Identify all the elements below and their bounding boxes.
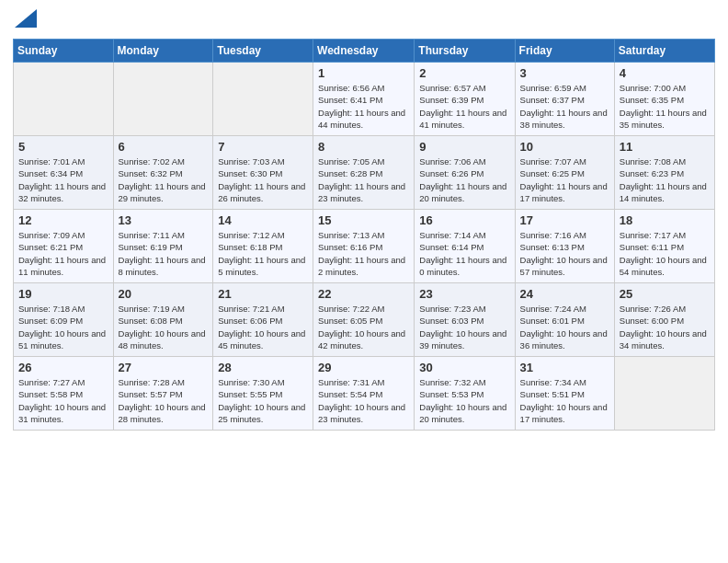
header-cell-monday: Monday bbox=[113, 40, 213, 63]
day-cell: 3Sunrise: 6:59 AM Sunset: 6:37 PM Daylig… bbox=[515, 63, 614, 136]
day-cell bbox=[14, 63, 114, 136]
day-cell: 6Sunrise: 7:02 AM Sunset: 6:32 PM Daylig… bbox=[113, 136, 213, 210]
day-info: Sunrise: 7:12 AM Sunset: 6:18 PM Dayligh… bbox=[218, 229, 308, 278]
day-info: Sunrise: 7:16 AM Sunset: 6:13 PM Dayligh… bbox=[520, 229, 609, 278]
day-number: 1 bbox=[318, 66, 409, 80]
day-cell: 5Sunrise: 7:01 AM Sunset: 6:34 PM Daylig… bbox=[14, 136, 114, 210]
calendar-body: 1Sunrise: 6:56 AM Sunset: 6:41 PM Daylig… bbox=[14, 63, 715, 431]
header-cell-saturday: Saturday bbox=[614, 40, 714, 63]
header-cell-thursday: Thursday bbox=[415, 40, 515, 63]
day-info: Sunrise: 7:27 AM Sunset: 5:58 PM Dayligh… bbox=[18, 376, 108, 425]
day-cell: 23Sunrise: 7:23 AM Sunset: 6:03 PM Dayli… bbox=[415, 283, 515, 357]
day-number: 11 bbox=[620, 140, 710, 154]
day-number: 30 bbox=[419, 361, 509, 374]
day-number: 20 bbox=[119, 287, 209, 301]
day-cell: 25Sunrise: 7:26 AM Sunset: 6:00 PM Dayli… bbox=[614, 283, 714, 357]
week-row-0: 1Sunrise: 6:56 AM Sunset: 6:41 PM Daylig… bbox=[14, 63, 715, 136]
day-cell: 9Sunrise: 7:06 AM Sunset: 6:26 PM Daylig… bbox=[415, 136, 515, 210]
day-info: Sunrise: 7:23 AM Sunset: 6:03 PM Dayligh… bbox=[419, 303, 509, 351]
day-number: 22 bbox=[318, 287, 409, 301]
day-cell bbox=[213, 63, 313, 136]
day-number: 7 bbox=[218, 140, 308, 154]
day-number: 13 bbox=[119, 213, 209, 227]
day-info: Sunrise: 6:59 AM Sunset: 6:37 PM Dayligh… bbox=[520, 82, 609, 131]
day-number: 5 bbox=[18, 140, 108, 154]
day-cell: 27Sunrise: 7:28 AM Sunset: 5:57 PM Dayli… bbox=[113, 357, 213, 431]
week-row-4: 26Sunrise: 7:27 AM Sunset: 5:58 PM Dayli… bbox=[14, 357, 715, 431]
day-cell: 19Sunrise: 7:18 AM Sunset: 6:09 PM Dayli… bbox=[14, 283, 114, 357]
day-number: 24 bbox=[520, 287, 609, 301]
day-cell: 21Sunrise: 7:21 AM Sunset: 6:06 PM Dayli… bbox=[213, 283, 313, 357]
day-info: Sunrise: 7:19 AM Sunset: 6:08 PM Dayligh… bbox=[119, 303, 209, 351]
calendar-header: SundayMondayTuesdayWednesdayThursdayFrid… bbox=[14, 40, 715, 63]
day-info: Sunrise: 7:18 AM Sunset: 6:09 PM Dayligh… bbox=[18, 303, 108, 351]
day-info: Sunrise: 7:22 AM Sunset: 6:05 PM Dayligh… bbox=[318, 303, 409, 351]
header-cell-friday: Friday bbox=[515, 40, 614, 63]
day-info: Sunrise: 6:56 AM Sunset: 6:41 PM Dayligh… bbox=[318, 82, 409, 131]
day-cell: 31Sunrise: 7:34 AM Sunset: 5:51 PM Dayli… bbox=[515, 357, 614, 431]
logo bbox=[13, 9, 37, 31]
day-cell: 30Sunrise: 7:32 AM Sunset: 5:53 PM Dayli… bbox=[415, 357, 515, 431]
page-container: SundayMondayTuesdayWednesdayThursdayFrid… bbox=[0, 0, 728, 438]
day-cell: 18Sunrise: 7:17 AM Sunset: 6:11 PM Dayli… bbox=[614, 210, 714, 283]
day-number: 9 bbox=[419, 140, 509, 154]
day-info: Sunrise: 7:02 AM Sunset: 6:32 PM Dayligh… bbox=[119, 155, 209, 204]
logo-icon bbox=[15, 9, 37, 28]
day-cell: 14Sunrise: 7:12 AM Sunset: 6:18 PM Dayli… bbox=[213, 210, 313, 283]
day-info: Sunrise: 7:32 AM Sunset: 5:53 PM Dayligh… bbox=[419, 376, 509, 425]
day-cell: 28Sunrise: 7:30 AM Sunset: 5:55 PM Dayli… bbox=[213, 357, 313, 431]
day-number: 12 bbox=[18, 213, 108, 227]
day-cell: 10Sunrise: 7:07 AM Sunset: 6:25 PM Dayli… bbox=[515, 136, 614, 210]
day-cell: 29Sunrise: 7:31 AM Sunset: 5:54 PM Dayli… bbox=[313, 357, 415, 431]
day-info: Sunrise: 6:57 AM Sunset: 6:39 PM Dayligh… bbox=[419, 82, 509, 131]
day-info: Sunrise: 7:08 AM Sunset: 6:23 PM Dayligh… bbox=[620, 155, 710, 204]
day-number: 28 bbox=[218, 361, 308, 374]
week-row-3: 19Sunrise: 7:18 AM Sunset: 6:09 PM Dayli… bbox=[14, 283, 715, 357]
day-cell: 2Sunrise: 6:57 AM Sunset: 6:39 PM Daylig… bbox=[415, 63, 515, 136]
day-number: 16 bbox=[419, 213, 509, 227]
day-cell: 22Sunrise: 7:22 AM Sunset: 6:05 PM Dayli… bbox=[313, 283, 415, 357]
day-info: Sunrise: 7:03 AM Sunset: 6:30 PM Dayligh… bbox=[218, 155, 308, 204]
day-info: Sunrise: 7:24 AM Sunset: 6:01 PM Dayligh… bbox=[520, 303, 609, 351]
day-cell: 8Sunrise: 7:05 AM Sunset: 6:28 PM Daylig… bbox=[313, 136, 415, 210]
day-number: 6 bbox=[119, 140, 209, 154]
day-info: Sunrise: 7:07 AM Sunset: 6:25 PM Dayligh… bbox=[520, 155, 609, 204]
day-number: 17 bbox=[520, 213, 609, 227]
day-info: Sunrise: 7:34 AM Sunset: 5:51 PM Dayligh… bbox=[520, 376, 609, 425]
day-cell: 11Sunrise: 7:08 AM Sunset: 6:23 PM Dayli… bbox=[614, 136, 714, 210]
day-cell: 17Sunrise: 7:16 AM Sunset: 6:13 PM Dayli… bbox=[515, 210, 614, 283]
day-number: 2 bbox=[419, 66, 509, 80]
header-cell-wednesday: Wednesday bbox=[313, 40, 415, 63]
day-number: 26 bbox=[18, 361, 108, 374]
day-number: 23 bbox=[419, 287, 509, 301]
day-info: Sunrise: 7:13 AM Sunset: 6:16 PM Dayligh… bbox=[318, 229, 409, 278]
calendar-table: SundayMondayTuesdayWednesdayThursdayFrid… bbox=[13, 39, 715, 431]
day-number: 3 bbox=[520, 66, 609, 80]
header-cell-tuesday: Tuesday bbox=[213, 40, 313, 63]
day-number: 27 bbox=[119, 361, 209, 374]
header-cell-sunday: Sunday bbox=[14, 40, 114, 63]
week-row-1: 5Sunrise: 7:01 AM Sunset: 6:34 PM Daylig… bbox=[14, 136, 715, 210]
day-info: Sunrise: 7:06 AM Sunset: 6:26 PM Dayligh… bbox=[419, 155, 509, 204]
day-cell: 1Sunrise: 6:56 AM Sunset: 6:41 PM Daylig… bbox=[313, 63, 415, 136]
day-cell: 13Sunrise: 7:11 AM Sunset: 6:19 PM Dayli… bbox=[113, 210, 213, 283]
day-cell: 4Sunrise: 7:00 AM Sunset: 6:35 PM Daylig… bbox=[614, 63, 714, 136]
day-cell: 20Sunrise: 7:19 AM Sunset: 6:08 PM Dayli… bbox=[113, 283, 213, 357]
day-cell bbox=[113, 63, 213, 136]
day-number: 25 bbox=[620, 287, 710, 301]
header bbox=[13, 9, 715, 31]
day-number: 31 bbox=[520, 361, 609, 374]
day-info: Sunrise: 7:31 AM Sunset: 5:54 PM Dayligh… bbox=[318, 376, 409, 425]
day-info: Sunrise: 7:30 AM Sunset: 5:55 PM Dayligh… bbox=[218, 376, 308, 425]
day-number: 18 bbox=[620, 213, 710, 227]
day-cell: 26Sunrise: 7:27 AM Sunset: 5:58 PM Dayli… bbox=[14, 357, 114, 431]
day-number: 29 bbox=[318, 361, 409, 374]
day-info: Sunrise: 7:09 AM Sunset: 6:21 PM Dayligh… bbox=[18, 229, 108, 278]
day-number: 15 bbox=[318, 213, 409, 227]
day-info: Sunrise: 7:28 AM Sunset: 5:57 PM Dayligh… bbox=[119, 376, 209, 425]
day-number: 14 bbox=[218, 213, 308, 227]
day-cell bbox=[614, 357, 714, 431]
day-info: Sunrise: 7:11 AM Sunset: 6:19 PM Dayligh… bbox=[119, 229, 209, 278]
day-number: 8 bbox=[318, 140, 409, 154]
day-cell: 24Sunrise: 7:24 AM Sunset: 6:01 PM Dayli… bbox=[515, 283, 614, 357]
